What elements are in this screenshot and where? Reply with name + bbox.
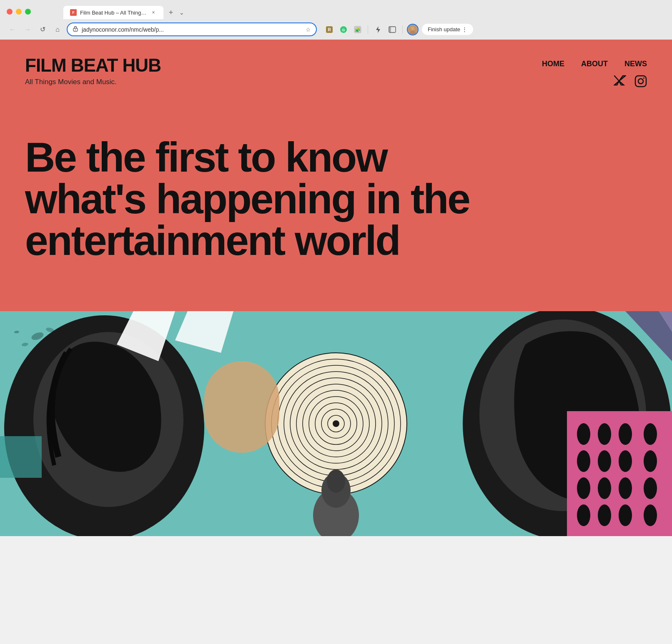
svg-point-57 <box>619 423 632 445</box>
back-icon: ← <box>9 26 16 33</box>
home-button[interactable]: ⌂ <box>52 24 63 35</box>
maximize-window-button[interactable] <box>25 9 31 15</box>
svg-point-61 <box>619 450 632 472</box>
new-tab-button[interactable]: + <box>165 7 177 18</box>
window-controls <box>7 9 31 15</box>
tab-bar-end: ⌄ <box>177 7 187 17</box>
chrome-menu-button[interactable]: ⌄ <box>177 7 187 17</box>
svg-point-12 <box>411 27 414 30</box>
browser-chrome: F Film Beat Hub – All Things M... × + ⌄ … <box>0 0 672 40</box>
social-icons <box>614 75 647 90</box>
nav-news[interactable]: NEWS <box>624 60 647 68</box>
sidebar-icon[interactable] <box>386 24 398 35</box>
site-title: FILM BEAT HUB <box>25 56 161 75</box>
svg-point-55 <box>577 423 590 445</box>
svg-point-59 <box>577 450 590 472</box>
collage-section <box>0 311 672 536</box>
toolbar-divider-2 <box>402 25 403 34</box>
bookmark-icon[interactable]: ☆ <box>306 26 311 33</box>
hero-headline: Be the first to know what's happening in… <box>25 136 484 261</box>
collage-svg <box>0 311 672 536</box>
svg-text:🧩: 🧩 <box>355 27 361 32</box>
url-text: jadynoconnor.com/nmc/web/p... <box>82 26 302 33</box>
svg-rect-14 <box>635 76 646 87</box>
close-window-button[interactable] <box>7 9 13 15</box>
toolbar-extensions: R G 🧩 <box>323 24 419 35</box>
bolt-icon[interactable] <box>372 24 384 35</box>
instagram-icon[interactable] <box>634 75 647 90</box>
svg-point-66 <box>644 477 657 499</box>
website-content: FILM BEAT HUB All Things Movies and Musi… <box>0 40 672 536</box>
site-brand: FILM BEAT HUB All Things Movies and Musi… <box>25 56 161 86</box>
svg-point-67 <box>577 504 590 526</box>
minimize-window-button[interactable] <box>16 9 22 15</box>
nav-home[interactable]: HOME <box>542 60 564 68</box>
svg-point-56 <box>598 423 611 445</box>
finish-update-label: Finish update <box>428 26 460 32</box>
forward-button[interactable]: → <box>22 24 33 35</box>
reload-icon: ↺ <box>40 25 45 33</box>
extension-icon-3[interactable]: 🧩 <box>352 24 364 35</box>
svg-text:G: G <box>342 28 345 32</box>
forward-icon: → <box>24 26 31 33</box>
tab-bar: F Film Beat Hub – All Things M... × + ⌄ <box>34 6 228 19</box>
finish-update-menu-icon: ⋮ <box>462 26 467 32</box>
back-button[interactable]: ← <box>7 24 18 35</box>
site-tagline: All Things Movies and Music. <box>25 78 161 86</box>
svg-rect-10 <box>389 27 391 32</box>
extension-icon-2[interactable]: G <box>338 24 349 35</box>
nav-about[interactable]: ABOUT <box>581 60 608 68</box>
header-right: HOME ABOUT NEWS <box>542 56 647 90</box>
tab-title: Film Beat Hub – All Things M... <box>80 10 147 16</box>
tab-favicon: F <box>70 9 77 16</box>
svg-point-63 <box>577 477 590 499</box>
svg-point-45 <box>327 469 345 493</box>
home-icon: ⌂ <box>55 26 60 33</box>
svg-point-70 <box>644 504 657 526</box>
finish-update-button[interactable]: Finish update ⋮ <box>422 24 473 35</box>
svg-point-16 <box>643 77 644 79</box>
site-header: FILM BEAT HUB All Things Movies and Musi… <box>0 40 672 103</box>
svg-point-15 <box>638 79 643 84</box>
title-bar: F Film Beat Hub – All Things M... × + ⌄ <box>0 0 672 19</box>
twitter-icon[interactable] <box>614 75 626 90</box>
extension-icon-1[interactable]: R <box>323 24 335 35</box>
svg-point-64 <box>598 477 611 499</box>
secure-icon <box>73 26 78 33</box>
toolbar: ← → ↺ ⌂ jadynoconnor.com/nmc/web/p... ☆ <box>0 19 672 40</box>
address-bar[interactable]: jadynoconnor.com/nmc/web/p... ☆ <box>67 22 317 36</box>
hero-section: Be the first to know what's happening in… <box>0 103 672 311</box>
svg-point-68 <box>598 504 611 526</box>
active-tab[interactable]: F Film Beat Hub – All Things M... × <box>63 6 163 19</box>
svg-point-69 <box>619 504 632 526</box>
svg-point-65 <box>619 477 632 499</box>
site-nav: HOME ABOUT NEWS <box>542 60 647 68</box>
svg-point-1 <box>75 30 76 30</box>
svg-marker-76 <box>0 436 42 478</box>
svg-text:R: R <box>328 27 331 32</box>
profile-button[interactable] <box>407 24 419 35</box>
svg-rect-73 <box>204 361 279 453</box>
reload-button[interactable]: ↺ <box>37 24 48 35</box>
svg-marker-8 <box>376 26 380 33</box>
svg-point-58 <box>644 423 657 445</box>
svg-point-62 <box>644 450 657 472</box>
svg-point-60 <box>598 450 611 472</box>
tab-close-button[interactable]: × <box>150 9 157 16</box>
svg-point-42 <box>333 420 339 427</box>
toolbar-divider <box>368 25 368 34</box>
